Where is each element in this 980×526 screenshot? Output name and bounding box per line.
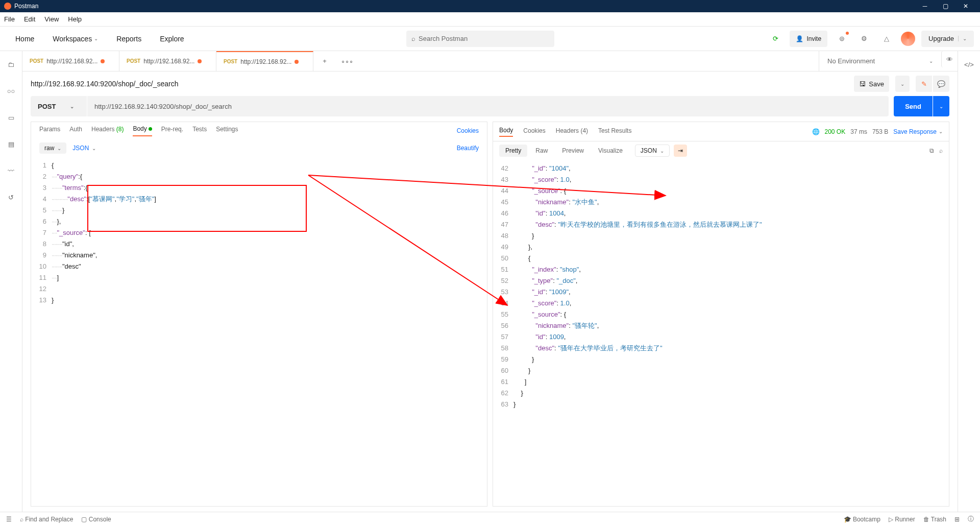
- save-button[interactable]: 🖫 Save: [854, 76, 889, 92]
- environment-select[interactable]: No Environment ⌄: [819, 51, 941, 71]
- request-body-editor[interactable]: 12345678910111213 { ····"query":{ ······…: [31, 157, 487, 506]
- response-body-viewer[interactable]: 4243444546474849505152535455565758596061…: [493, 160, 949, 506]
- wrap-lines-icon[interactable]: ⇥: [674, 145, 687, 157]
- menu-help[interactable]: Help: [68, 15, 82, 23]
- tab-options-button[interactable]: ∘∘∘: [336, 51, 358, 71]
- beautify-link[interactable]: Beautify: [457, 145, 479, 152]
- search-placeholder: Search Postman: [419, 35, 468, 42]
- close-button[interactable]: ✕: [955, 3, 976, 10]
- resp-tab-headers[interactable]: Headers (4): [556, 127, 588, 136]
- capture-icon[interactable]: ⊚: [834, 31, 850, 47]
- trash[interactable]: 🗑 Trash: [923, 516, 946, 523]
- status-time: 37 ms: [850, 128, 867, 135]
- collections-icon[interactable]: 🗀: [3, 56, 19, 73]
- send-dropdown[interactable]: ⌄: [933, 96, 949, 116]
- save-icon: 🖫: [859, 80, 866, 88]
- body-lang-select[interactable]: JSON⌄: [72, 145, 96, 152]
- notifications-icon[interactable]: △: [878, 31, 895, 47]
- search-icon: ⌕: [411, 35, 415, 42]
- request-title: http://192.168.92.140:9200/shop/_doc/_se…: [31, 80, 179, 88]
- runner[interactable]: ▷ Runner: [889, 516, 915, 523]
- app-name: Postman: [14, 3, 38, 10]
- menu-file[interactable]: File: [4, 15, 15, 23]
- view-pretty[interactable]: Pretty: [499, 145, 527, 157]
- request-section-tabs: Params Auth Headers (8) Body Pre-req. Te…: [31, 122, 487, 139]
- status-code: 200 OK: [825, 128, 846, 135]
- save-response-link[interactable]: Save Response ⌄: [893, 128, 943, 135]
- settings-icon[interactable]: ⚙: [856, 31, 872, 47]
- upgrade-button[interactable]: Upgrade ⌄: [921, 31, 974, 47]
- apis-icon[interactable]: ○○: [3, 83, 19, 99]
- send-button[interactable]: Send: [894, 96, 933, 116]
- unsaved-dot-icon: [198, 59, 202, 63]
- minimize-button[interactable]: ─: [915, 3, 935, 10]
- environments-icon[interactable]: ▭: [3, 109, 19, 126]
- resp-tab-results[interactable]: Test Results: [598, 127, 631, 136]
- menu-edit[interactable]: Edit: [24, 15, 35, 23]
- unsaved-dot-icon: [295, 60, 299, 64]
- sidebar-toggle-icon[interactable]: ☰: [6, 516, 12, 523]
- resp-tab-cookies[interactable]: Cookies: [523, 127, 545, 136]
- request-tab[interactable]: POST http://192.168.92...: [216, 51, 313, 71]
- nav-workspaces[interactable]: Workspaces⌄: [43, 35, 107, 43]
- request-body-pane: Params Auth Headers (8) Body Pre-req. Te…: [31, 122, 487, 507]
- body-type-select[interactable]: raw⌄: [39, 142, 66, 154]
- unsaved-dot-icon: [101, 59, 105, 63]
- view-preview[interactable]: Preview: [556, 145, 590, 157]
- new-tab-button[interactable]: +: [313, 51, 336, 71]
- copy-icon[interactable]: ⧉: [929, 147, 934, 154]
- view-visualize[interactable]: Visualize: [592, 145, 629, 157]
- left-rail: 🗀 ○○ ▭ ▤ 〰 ↺: [0, 51, 22, 512]
- env-preview-icon[interactable]: 👁: [941, 51, 958, 67]
- find-replace[interactable]: ⌕ Find and Replace: [20, 516, 73, 523]
- tab-settings[interactable]: Settings: [216, 126, 238, 136]
- request-tab[interactable]: POST http://192.168.92...: [22, 51, 119, 71]
- menu-view[interactable]: View: [44, 15, 59, 23]
- menu-bar: File Edit View Help: [0, 12, 980, 27]
- sync-icon[interactable]: ⟳: [767, 31, 783, 47]
- resp-tab-body[interactable]: Body: [499, 127, 513, 137]
- url-row: POST⌄ http://192.168.92.140:9200/shop/_d…: [22, 96, 958, 122]
- nav-explore[interactable]: Explore: [151, 35, 193, 43]
- tabs-row: POST http://192.168.92... POST http://19…: [22, 51, 958, 71]
- layout-icon[interactable]: ⊞: [954, 516, 960, 523]
- tab-params[interactable]: Params: [39, 126, 60, 136]
- monitors-icon[interactable]: 〰: [3, 162, 19, 179]
- search-input[interactable]: ⌕ Search Postman: [406, 31, 554, 47]
- search-resp-icon[interactable]: ⌕: [939, 147, 943, 154]
- history-icon[interactable]: ↺: [3, 189, 19, 205]
- right-rail: </>: [958, 51, 980, 512]
- tab-headers[interactable]: Headers (8): [91, 126, 124, 136]
- tab-tests[interactable]: Tests: [192, 126, 207, 136]
- top-nav: Home Workspaces⌄ Reports Explore ⌕ Searc…: [0, 27, 980, 51]
- status-bar: ☰ ⌕ Find and Replace ▢ Console 🎓 Bootcam…: [0, 512, 980, 526]
- request-tab[interactable]: POST http://192.168.92...: [119, 51, 216, 71]
- mock-icon[interactable]: ▤: [3, 136, 19, 152]
- app-icon: [4, 3, 11, 10]
- bootcamp[interactable]: 🎓 Bootcamp: [844, 516, 880, 523]
- maximize-button[interactable]: ▢: [935, 3, 955, 10]
- response-pane: Body Cookies Headers (4) Test Results 🌐 …: [493, 122, 949, 507]
- comment-icon[interactable]: 💬: [933, 76, 949, 92]
- tab-auth[interactable]: Auth: [69, 126, 82, 136]
- view-raw[interactable]: Raw: [529, 145, 554, 157]
- nav-home[interactable]: Home: [6, 35, 43, 43]
- status-size: 753 B: [872, 128, 888, 135]
- request-header: http://192.168.92.140:9200/shop/_doc/_se…: [22, 71, 958, 96]
- save-dropdown[interactable]: ⌄: [895, 76, 910, 92]
- resp-lang-select[interactable]: JSON⌄: [635, 145, 670, 157]
- method-select[interactable]: POST⌄: [31, 96, 87, 116]
- globe-icon[interactable]: 🌐: [812, 128, 820, 135]
- tab-body[interactable]: Body: [133, 125, 152, 136]
- cookies-link[interactable]: Cookies: [457, 127, 479, 134]
- invite-button[interactable]: 👤 Invite: [790, 31, 827, 47]
- nav-reports[interactable]: Reports: [107, 35, 151, 43]
- url-input[interactable]: http://192.168.92.140:9200/shop/_doc/_se…: [87, 96, 889, 116]
- avatar[interactable]: [901, 32, 915, 46]
- person-icon: 👤: [796, 35, 803, 42]
- code-icon[interactable]: </>: [961, 56, 977, 73]
- edit-icon[interactable]: ✎: [916, 76, 932, 92]
- help-icon[interactable]: ⓘ: [968, 515, 974, 523]
- tab-prereq[interactable]: Pre-req.: [161, 126, 183, 136]
- console[interactable]: ▢ Console: [81, 516, 111, 523]
